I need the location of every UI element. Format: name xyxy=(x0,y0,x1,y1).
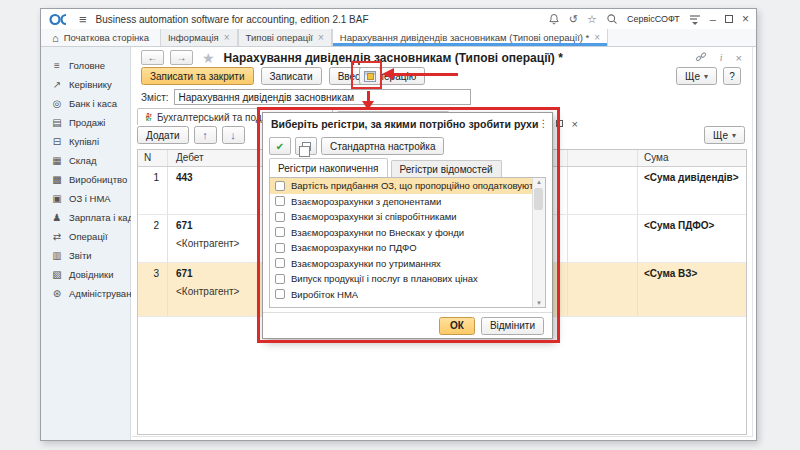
scroll-thumb[interactable] xyxy=(534,188,543,210)
register-item[interactable]: Взаєморозрахунки зі співробітниками xyxy=(270,209,545,225)
dialog-footer: ОК Відмінити xyxy=(263,312,552,338)
back-button[interactable]: ← xyxy=(141,50,164,65)
dialog-menu-dots-icon[interactable]: ⋮ xyxy=(538,118,548,129)
save-button[interactable]: Записати xyxy=(261,67,322,85)
sidebar-item-operations[interactable]: ⇄Операції xyxy=(41,227,130,246)
connection-status-icon[interactable] xyxy=(689,14,701,25)
history-icon[interactable]: ↺ xyxy=(569,14,578,25)
favorites-star-icon[interactable]: ☆ xyxy=(587,14,597,25)
register-item[interactable]: Взаєморозрахунки з депонентами xyxy=(270,194,545,210)
check-all-icon: ✔ xyxy=(276,141,284,152)
tab-dividends-active[interactable]: Нарахування дивідендів засновникам (Типо… xyxy=(332,29,608,46)
sidebar-item-purchases[interactable]: ⊟Купівлі xyxy=(41,132,130,151)
register-item[interactable]: Випуск продукції і послуг в планових цін… xyxy=(270,271,545,287)
main-menu-icon[interactable]: ≡ xyxy=(79,13,87,26)
cell-sum: <Сума ВЗ> xyxy=(644,268,697,279)
sidebar-item-label: Головне xyxy=(69,60,105,71)
link-icon[interactable] xyxy=(695,51,707,65)
more-button[interactable]: Ще▾ xyxy=(676,67,717,85)
standard-settings-button[interactable]: Стандартна настройка xyxy=(321,137,444,155)
checkbox[interactable] xyxy=(275,196,285,206)
help-button[interactable]: ? xyxy=(723,67,741,85)
sidebar-item-main[interactable]: ≡Головне xyxy=(41,56,130,75)
tab-close-icon[interactable]: × xyxy=(318,32,324,43)
uncheck-all-icon xyxy=(302,142,311,151)
tab-close-icon[interactable]: × xyxy=(594,32,600,43)
tab-typical-operations[interactable]: Типові операції × xyxy=(238,29,332,46)
check-all-button[interactable]: ✔ xyxy=(269,137,291,155)
content-input[interactable]: Нарахування дивідендів засновникам xyxy=(174,89,471,105)
window-minimize-button[interactable]: – xyxy=(710,13,716,25)
sidebar-item-manager[interactable]: ↗Керівнику xyxy=(41,75,130,94)
register-label: Взаєморозрахунки по ПДФО xyxy=(291,242,417,253)
checkbox[interactable] xyxy=(275,227,285,237)
checkbox[interactable] xyxy=(275,181,285,191)
content-label: Зміст: xyxy=(141,92,169,103)
scroll-up-icon[interactable]: ▲ xyxy=(536,179,542,185)
content-row: Зміст: Нарахування дивідендів засновника… xyxy=(141,89,471,105)
add-row-button[interactable]: Додати xyxy=(137,126,189,144)
register-label: Вартість придбання ОЗ, що пропорційно оп… xyxy=(291,180,545,191)
register-label: Взаєморозрахунки з депонентами xyxy=(291,196,441,207)
move-down-button[interactable]: ↓ xyxy=(222,126,245,144)
checkbox[interactable] xyxy=(275,258,285,268)
cancel-button[interactable]: Відмінити xyxy=(481,317,544,335)
tab-information[interactable]: Інформація × xyxy=(160,29,238,46)
form-close-icon[interactable]: × xyxy=(736,52,742,64)
sidebar-item-production[interactable]: ▩Виробництво xyxy=(41,170,130,189)
register-label: Виробіток НМА xyxy=(291,289,358,300)
notifications-bell-icon[interactable] xyxy=(548,13,560,25)
register-item-selected[interactable]: Вартість придбання ОЗ, що пропорційно оп… xyxy=(270,178,545,194)
sidebar-item-bank-cash[interactable]: ◎Банк і каса xyxy=(41,94,130,113)
scroll-down-icon[interactable]: ▼ xyxy=(536,300,542,306)
sidebar-item-salary-hr[interactable]: ♟Зарплата і кадри xyxy=(41,208,130,227)
command-bar: Записати та закрити Записати Ввести опер… xyxy=(141,67,425,85)
window-maximize-button[interactable] xyxy=(725,15,733,23)
grid-more-button[interactable]: Ще▾ xyxy=(704,126,745,144)
move-up-button[interactable]: ↑ xyxy=(194,126,217,144)
checkbox[interactable] xyxy=(275,243,285,253)
sidebar-item-administration[interactable]: ⊛Адміністрування xyxy=(41,284,130,303)
save-and-close-button[interactable]: Записати та закрити xyxy=(141,67,254,85)
tab-accumulation-registers[interactable]: Регістри накопичення xyxy=(269,158,388,177)
info-icon[interactable]: i xyxy=(720,52,723,63)
dialog-toolbar: ✔ Стандартна настройка xyxy=(263,134,552,157)
register-records-icon xyxy=(364,71,376,82)
register-records-button[interactable] xyxy=(359,67,381,85)
tab-close-icon[interactable]: × xyxy=(224,32,230,43)
uncheck-all-button[interactable] xyxy=(295,137,317,155)
forward-button[interactable]: → xyxy=(170,50,193,65)
sidebar-item-directories[interactable]: ▧Довідники xyxy=(41,265,130,284)
chevron-down-icon: ▾ xyxy=(732,131,736,140)
favorite-star-icon[interactable]: ★ xyxy=(202,50,215,66)
books-icon: ▧ xyxy=(51,269,63,280)
home-icon: ⌂ xyxy=(52,32,59,44)
ok-button[interactable]: ОК xyxy=(439,317,475,335)
page-tab-bar: ⌂ Початкова сторінка Інформація × Типові… xyxy=(41,29,756,47)
form-nav-row: ← → ★ Нарахування дивідендів засновникам… xyxy=(131,49,756,66)
sidebar-item-assets[interactable]: ▣ОЗ і НМА xyxy=(41,189,130,208)
dialog-maximize-button[interactable] xyxy=(556,120,563,127)
header-sum: Сума xyxy=(638,150,746,166)
checkbox[interactable] xyxy=(275,289,285,299)
sidebar-item-warehouse[interactable]: ▦Склад xyxy=(41,151,130,170)
sidebar-item-reports[interactable]: ▥Звіти xyxy=(41,246,130,265)
grid-more-label: Ще xyxy=(713,130,728,141)
checkbox[interactable] xyxy=(275,274,285,284)
register-item[interactable]: Взаєморозрахунки по утриманнях xyxy=(270,256,545,272)
tab-information-registers[interactable]: Регістри відомостей xyxy=(391,160,502,177)
search-icon[interactable] xyxy=(606,13,618,25)
register-item[interactable]: Виробіток НМА xyxy=(270,287,545,303)
register-item[interactable]: Взаєморозрахунки по ПДФО xyxy=(270,240,545,256)
register-item[interactable]: Взаєморозрахунки по Внесках у фонди xyxy=(270,225,545,241)
account-name[interactable]: СервісСОФТ xyxy=(627,14,680,24)
window-close-button[interactable]: × xyxy=(742,12,749,26)
tab-home[interactable]: ⌂ Початкова сторінка xyxy=(41,29,160,46)
trend-icon: ↗ xyxy=(51,79,63,90)
screen: ≡ Business automation software for accou… xyxy=(0,0,800,450)
dialog-close-button[interactable]: × xyxy=(571,118,577,130)
sidebar-item-sales[interactable]: ▤Продажі xyxy=(41,113,130,132)
checkbox[interactable] xyxy=(275,212,285,222)
scrollbar[interactable]: ▲ ▼ xyxy=(532,178,545,307)
sidebar-item-label: Операції xyxy=(69,231,108,242)
